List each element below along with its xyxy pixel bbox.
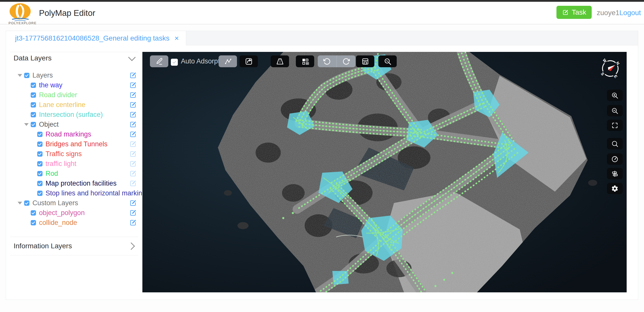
edit-layer-button[interactable] — [129, 140, 137, 148]
layer-label[interactable]: object_polygon — [39, 209, 85, 217]
zoom-in-button[interactable] — [607, 90, 623, 101]
layer-label[interactable]: Stop lines and horizontal markings — [46, 189, 149, 197]
information-layers-header[interactable]: Information Layers — [10, 237, 138, 255]
edit-layer-button[interactable] — [129, 219, 137, 227]
edit-layer-button[interactable] — [129, 160, 137, 168]
layer-label[interactable]: Layers — [32, 72, 53, 79]
layer-row: Layers — [10, 71, 138, 80]
layer-label[interactable]: Road markings — [46, 130, 91, 138]
data-layers-header[interactable]: Data Layers — [10, 52, 138, 64]
check-icon — [31, 92, 36, 98]
layer-checkbox[interactable] — [37, 181, 43, 186]
layer-label[interactable]: Object — [39, 121, 59, 128]
check-icon — [24, 200, 29, 206]
layer-label[interactable]: Bridges and Tunnels — [46, 140, 107, 148]
layer-row: Intersection (surface) — [10, 110, 138, 120]
edit-layer-icon — [129, 121, 137, 128]
check-icon — [172, 60, 177, 65]
edit-layer-button[interactable] — [129, 81, 137, 89]
check-icon — [37, 181, 43, 186]
layer-checkbox[interactable] — [37, 142, 43, 147]
layout-grid-button[interactable] — [296, 55, 314, 67]
edit-layer-button[interactable] — [129, 180, 137, 187]
export-view-button[interactable] — [239, 55, 258, 67]
layer-label[interactable]: the way — [39, 81, 62, 89]
edit-layer-button[interactable] — [129, 72, 137, 79]
check-icon — [31, 83, 36, 88]
save-button[interactable] — [356, 55, 374, 67]
layer-checkbox[interactable] — [31, 102, 36, 108]
gauge-button[interactable] — [607, 153, 623, 165]
layer-checkbox[interactable] — [37, 161, 43, 166]
layer-checkbox[interactable] — [24, 73, 29, 78]
redo-button[interactable] — [337, 55, 356, 67]
check-icon — [37, 151, 43, 157]
edit-layer-icon — [129, 170, 137, 178]
caret-down-icon[interactable] — [24, 123, 29, 126]
layer-checkbox[interactable] — [37, 191, 43, 196]
fullscreen-button[interactable] — [607, 120, 623, 131]
layer-label[interactable]: Rod — [46, 170, 58, 178]
layer-checkbox[interactable] — [37, 151, 43, 157]
tab-label: jt3-1777568162104086528_General editing … — [15, 34, 169, 42]
layer-checkbox[interactable] — [31, 112, 36, 117]
undo-button[interactable] — [318, 55, 337, 67]
map-canvas[interactable]: Auto Adsorption — [142, 52, 627, 292]
edit-layer-button[interactable] — [129, 170, 137, 178]
edit-layer-button[interactable] — [129, 209, 137, 217]
layer-checkbox[interactable] — [31, 210, 36, 216]
tab-close-icon[interactable]: × — [174, 34, 179, 42]
layer-label[interactable]: collide_node — [39, 219, 77, 227]
auto-adsorption-checkbox[interactable] — [171, 59, 178, 66]
layer-checkbox[interactable] — [37, 171, 43, 176]
polyline-icon — [224, 57, 232, 65]
point-cloud-map — [142, 52, 627, 292]
check-icon — [31, 122, 36, 127]
edit-layer-button[interactable] — [129, 91, 137, 99]
edit-layer-button[interactable] — [129, 101, 137, 109]
road-view-button[interactable] — [271, 55, 289, 67]
layer-checkbox[interactable] — [31, 122, 36, 127]
signpost-button[interactable] — [607, 168, 623, 179]
undo-redo-group — [318, 55, 355, 67]
share-arrow-icon — [245, 57, 253, 65]
tab-general-editing-tasks[interactable]: jt3-1777568162104086528_General editing … — [6, 31, 186, 46]
check-icon — [37, 161, 43, 166]
edit-layer-button[interactable] — [129, 130, 137, 138]
layer-label[interactable]: traffic light — [46, 160, 76, 168]
layer-checkbox[interactable] — [31, 92, 36, 98]
edit-layer-button[interactable] — [129, 121, 137, 128]
zoom-out-button[interactable] — [607, 105, 623, 116]
layer-label[interactable]: Custom Layers — [32, 199, 78, 207]
redo-icon — [342, 58, 350, 65]
layer-checkbox[interactable] — [31, 83, 36, 88]
settings-button[interactable] — [607, 183, 623, 194]
edit-layer-button[interactable] — [129, 111, 137, 119]
task-button[interactable]: Task — [556, 6, 592, 19]
logout-link[interactable]: Logout — [619, 9, 641, 17]
caret-down-icon[interactable] — [18, 202, 22, 204]
zoom-query-button[interactable] — [378, 55, 397, 67]
edit-layer-button[interactable] — [129, 150, 137, 158]
layer-label[interactable]: Map protection facilities — [46, 180, 116, 187]
layer-label[interactable]: Traffic signs — [46, 150, 82, 158]
layer-label[interactable]: Intersection (surface) — [39, 111, 103, 119]
edit-layer-icon — [129, 72, 137, 79]
layers-sidebar: Data Layers Layers the way Road divider … — [6, 45, 142, 300]
edit-square-icon — [562, 9, 569, 16]
layer-label[interactable]: Lane centerline — [39, 101, 86, 109]
layer-row: object_polygon — [10, 208, 138, 218]
polyline-tool-button[interactable] — [219, 55, 237, 67]
layer-checkbox[interactable] — [37, 132, 43, 137]
layer-checkbox[interactable] — [24, 200, 29, 206]
edit-layer-button[interactable] — [129, 199, 137, 207]
edit-layer-icon — [129, 199, 137, 207]
logo-text: POLYEXPLORE — [9, 21, 37, 24]
search-button[interactable] — [607, 138, 623, 149]
draw-tool-button[interactable] — [150, 55, 168, 67]
layer-label[interactable]: Road divider — [39, 91, 77, 99]
compass[interactable]: N E S W — [597, 55, 623, 82]
caret-down-icon[interactable] — [18, 74, 22, 77]
layer-checkbox[interactable] — [31, 220, 36, 225]
fullscreen-icon — [611, 122, 618, 129]
